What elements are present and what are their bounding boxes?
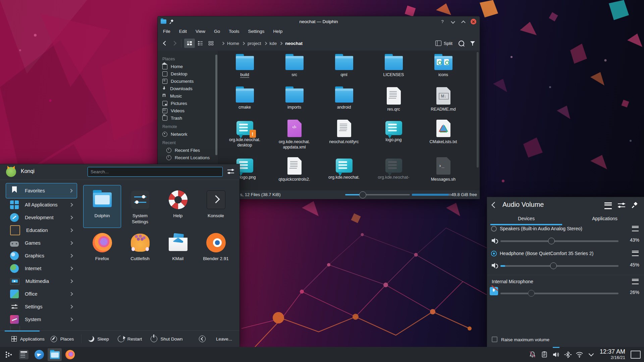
configure-icon[interactable] bbox=[227, 169, 234, 174]
file-src[interactable]: src bbox=[270, 52, 319, 84]
breadcrumb-neochat[interactable]: neochat bbox=[285, 41, 303, 46]
filter-icon[interactable] bbox=[470, 41, 475, 46]
category-partial[interactable] bbox=[0, 326, 80, 330]
places-scrollbar[interactable] bbox=[215, 55, 217, 155]
show-desktop-button[interactable] bbox=[631, 351, 641, 359]
place-network[interactable]: Network bbox=[158, 130, 218, 138]
mic-slider-handle[interactable] bbox=[528, 290, 535, 297]
wifi-icon[interactable] bbox=[575, 350, 584, 359]
place-downloads[interactable]: Downloads bbox=[158, 85, 218, 92]
tray-expander-icon[interactable] bbox=[587, 350, 596, 359]
category-multimedia[interactable]: Multimedia bbox=[0, 275, 80, 288]
task-firefox[interactable] bbox=[63, 348, 77, 361]
menu-icon[interactable] bbox=[604, 202, 612, 209]
close-button[interactable] bbox=[471, 19, 476, 24]
minimize-button[interactable] bbox=[450, 19, 456, 25]
menu-help[interactable]: Help bbox=[273, 29, 282, 34]
category-favorites[interactable]: Favorites bbox=[6, 183, 77, 198]
app-blender[interactable]: Blender 2.91 bbox=[197, 228, 235, 268]
category-all-applications[interactable]: All Applications bbox=[0, 198, 80, 211]
file-messages-sh[interactable]: Messages.sh bbox=[419, 155, 468, 190]
restart-button[interactable]: Restart bbox=[118, 336, 142, 342]
menu-file[interactable]: File bbox=[163, 29, 170, 34]
breadcrumb-kde[interactable]: kde bbox=[270, 41, 277, 46]
file-res-qrc[interactable]: res.qrc bbox=[369, 84, 418, 117]
help-button[interactable]: ? bbox=[439, 19, 445, 25]
category-games[interactable]: Games bbox=[0, 237, 80, 249]
microphone-muted-icon[interactable] bbox=[490, 287, 498, 295]
mic-menu-icon[interactable] bbox=[632, 279, 639, 284]
launcher-button[interactable] bbox=[2, 348, 15, 361]
category-development[interactable]: Development bbox=[0, 211, 80, 224]
app-system-settings[interactable]: System Settings bbox=[121, 185, 159, 228]
zoom-slider-handle[interactable] bbox=[359, 191, 366, 198]
speaker-icon[interactable] bbox=[492, 263, 498, 268]
mixer-icon[interactable] bbox=[618, 202, 625, 208]
search-input[interactable] bbox=[88, 167, 223, 177]
task-blue-app[interactable] bbox=[32, 348, 46, 361]
icons-view-button[interactable] bbox=[184, 39, 195, 48]
pin-icon[interactable] bbox=[632, 202, 637, 208]
compact-view-button[interactable] bbox=[195, 39, 206, 48]
dolphin-titlebar[interactable]: neochat — Dolphin ? bbox=[158, 16, 480, 27]
place-home[interactable]: Home bbox=[158, 63, 218, 70]
notifications-muted-icon[interactable] bbox=[528, 350, 537, 359]
forward-button[interactable] bbox=[170, 39, 178, 48]
place-recent-files[interactable]: Recent Files bbox=[158, 146, 218, 154]
tab-places[interactable]: Places bbox=[51, 336, 74, 342]
volume-icon[interactable] bbox=[552, 350, 560, 359]
breadcrumb-project[interactable]: project bbox=[248, 41, 261, 46]
app-dolphin[interactable]: Dolphin bbox=[83, 185, 121, 228]
file-qml[interactable]: qml bbox=[320, 52, 368, 84]
category-office[interactable]: Office bbox=[0, 288, 80, 300]
speakers-slider-handle[interactable] bbox=[548, 238, 555, 244]
category-graphics[interactable]: Graphics bbox=[0, 249, 80, 262]
file-neochat-hidden[interactable]: org.kde.neochat- bbox=[369, 155, 418, 190]
tab-applications[interactable]: Applications bbox=[566, 214, 644, 226]
file-desktop[interactable]: !org.kde.neochat.desktop bbox=[220, 117, 269, 155]
breadcrumb-home[interactable]: Home bbox=[227, 41, 239, 46]
app-kmail[interactable]: KMail bbox=[159, 228, 197, 268]
speaker-icon[interactable] bbox=[492, 238, 498, 243]
file-cmake-dir[interactable]: cmake bbox=[220, 84, 269, 117]
file-readme[interactable]: README.md bbox=[419, 84, 468, 117]
file-notifyrc[interactable]: neochat.notifyrc bbox=[320, 117, 368, 155]
zoom-slider[interactable] bbox=[345, 194, 410, 195]
headphone-slider-handle[interactable] bbox=[550, 262, 557, 269]
raise-volume-checkbox[interactable] bbox=[492, 337, 497, 342]
file-neochat-file[interactable]: org.kde.neochat. bbox=[320, 155, 368, 190]
headphone-menu-icon[interactable] bbox=[632, 251, 639, 256]
maximize-button[interactable] bbox=[460, 19, 466, 25]
file-android[interactable]: android bbox=[320, 84, 368, 117]
details-view-button[interactable] bbox=[206, 39, 216, 48]
menu-view[interactable]: View bbox=[196, 29, 205, 34]
search-icon[interactable] bbox=[459, 41, 464, 46]
app-konsole[interactable]: Konsole bbox=[197, 185, 235, 228]
speakers-slider[interactable] bbox=[500, 240, 619, 242]
file-build[interactable]: build bbox=[220, 52, 269, 84]
sleep-button[interactable]: Sleep bbox=[88, 336, 109, 342]
bluetooth-icon[interactable] bbox=[564, 350, 572, 359]
headphone-slider[interactable] bbox=[500, 265, 619, 267]
headphone-radio[interactable] bbox=[491, 251, 497, 256]
category-education[interactable]: Education bbox=[0, 224, 80, 237]
clock[interactable]: 12:37 AM 2/16/21 bbox=[600, 349, 625, 360]
file-imports[interactable]: imports bbox=[270, 84, 319, 117]
place-music[interactable]: Music bbox=[158, 92, 218, 100]
category-internet[interactable]: Internet bbox=[0, 262, 80, 275]
menu-edit[interactable]: Edit bbox=[179, 29, 187, 34]
shutdown-button[interactable]: Shut Down bbox=[151, 336, 182, 342]
back-icon[interactable] bbox=[491, 202, 497, 208]
leave-button[interactable]: Leave... bbox=[199, 336, 232, 342]
task-dolphin[interactable] bbox=[48, 348, 62, 361]
speakers-radio[interactable] bbox=[491, 226, 497, 232]
file-appdata[interactable]: org.kde.neochat.appdata.xml bbox=[270, 117, 319, 155]
menu-tools[interactable]: Tools bbox=[229, 29, 239, 34]
menu-go[interactable]: Go bbox=[214, 29, 220, 34]
menu-settings[interactable]: Settings bbox=[248, 29, 265, 34]
file-qtquickcontrols[interactable]: qtquickcontrols2. bbox=[270, 155, 319, 190]
place-trash[interactable]: Trash bbox=[158, 114, 218, 122]
file-icons[interactable]: icons bbox=[419, 52, 468, 84]
category-settings[interactable]: Settings bbox=[0, 300, 80, 313]
back-button[interactable] bbox=[161, 39, 170, 48]
